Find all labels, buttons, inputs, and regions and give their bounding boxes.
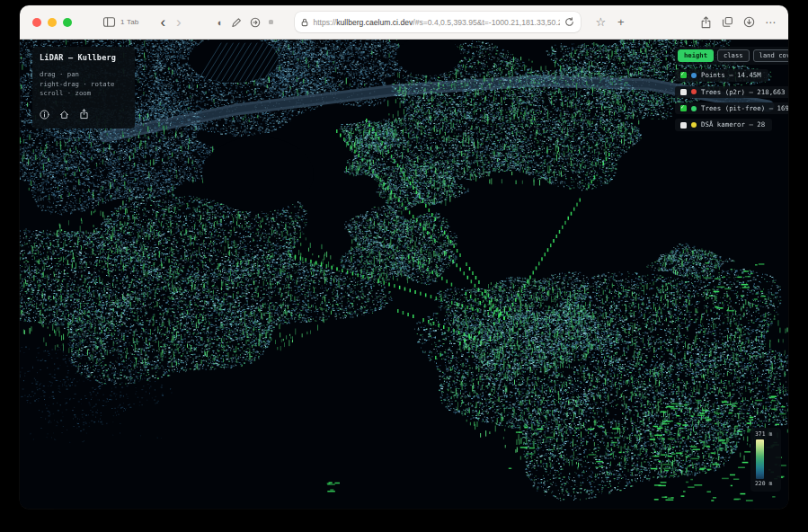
layer-label: Points — 14.45M <box>701 72 761 78</box>
tab-count-button[interactable]: 1 Tab <box>120 18 138 26</box>
help-rightdrag-rotate: right-drag · rotate <box>40 80 128 90</box>
lidar-viewport[interactable] <box>20 40 788 509</box>
url-scheme: https:// <box>313 18 336 27</box>
reader-contrast-icon[interactable]: ◐ <box>218 17 224 28</box>
layer-row-points[interactable]: Points — 14.45M <box>675 69 768 81</box>
layer-row-trees-pitfree[interactable]: Trees (pit-free) — 169,706 <box>675 102 788 114</box>
desktop-background: 1 Tab ‹ › ◐ <box>0 0 808 532</box>
window-controls <box>32 18 72 27</box>
pen-extension-icon[interactable] <box>231 17 242 28</box>
mode-button-height[interactable]: height <box>678 49 714 62</box>
layer-checkbox[interactable] <box>680 89 687 95</box>
more-options-icon[interactable]: ⋯ <box>765 16 776 29</box>
info-icon[interactable] <box>40 106 49 123</box>
extension-dot-icon[interactable] <box>269 20 273 24</box>
bookmark-star-icon[interactable]: ☆ <box>595 15 606 29</box>
layer-row-trees-p2r[interactable]: Trees (p2r) — 218,663 <box>675 86 788 98</box>
browser-window: 1 Tab ‹ › ◐ <box>20 5 788 509</box>
tab-overview-icon[interactable] <box>722 16 733 28</box>
browser-toolbar: 1 Tab ‹ › ◐ <box>20 5 788 40</box>
layer-color-dot <box>691 89 697 94</box>
url-text: https://kullberg.caelum.ci.dev/#s=0.4,0.… <box>313 18 560 27</box>
share-link-icon[interactable] <box>79 106 89 123</box>
toolbar-right-icons: ⋯ <box>700 16 776 29</box>
layer-label: Trees (pit-free) — 169,706 <box>701 105 788 111</box>
forward-button[interactable]: › <box>176 14 182 30</box>
share-icon[interactable] <box>700 16 712 29</box>
elevation-legend: 371 m 220 m <box>750 428 781 492</box>
back-button[interactable]: ‹ <box>160 14 165 30</box>
layer-checkbox[interactable] <box>680 122 687 129</box>
circle-arrow-extension-icon[interactable] <box>250 17 261 28</box>
new-tab-icon[interactable]: + <box>617 15 625 29</box>
address-bar[interactable]: https://kullberg.caelum.ci.dev/#s=0.4,0.… <box>295 12 581 32</box>
extension-buttons: ◐ <box>218 17 274 28</box>
layer-label: Trees (p2r) — 218,663 <box>701 89 785 95</box>
layer-color-dot <box>691 73 697 78</box>
minimize-window-button[interactable] <box>48 18 57 27</box>
url-params: /#s=0.4,0.5,393.95&t=-1000.21,181.33,50.… <box>413 18 560 27</box>
home-icon[interactable] <box>59 106 69 123</box>
reload-icon[interactable] <box>564 17 574 27</box>
lock-icon <box>301 18 308 27</box>
help-scroll-zoom: scroll · zoom <box>40 89 128 99</box>
mode-button-class[interactable]: class <box>717 49 750 62</box>
layer-label: DSÅ kameror — 28 <box>701 121 765 128</box>
elevation-min-label: 220 m <box>755 481 777 488</box>
url-host: kullberg.caelum.ci.dev <box>336 18 413 27</box>
layers-panel: height class land cover Points — 14.45M … <box>675 47 788 131</box>
layer-color-dot <box>691 106 697 111</box>
downloads-icon[interactable] <box>743 16 755 28</box>
zoom-window-button[interactable] <box>63 18 72 27</box>
mode-button-land-cover[interactable]: land cover <box>753 49 788 62</box>
layer-checkbox[interactable] <box>680 72 687 78</box>
color-mode-switch: height class land cover <box>675 47 788 65</box>
close-window-button[interactable] <box>32 18 41 27</box>
layer-color-dot <box>691 122 697 128</box>
layer-row-dsa-kameror[interactable]: DSÅ kameror — 28 <box>675 119 772 130</box>
hud-panel: LiDAR — Kullberg drag · pan right-drag ·… <box>32 47 135 129</box>
sidebar-toggle-icon[interactable] <box>102 16 116 28</box>
elevation-gradient-bar <box>756 439 764 479</box>
layer-checkbox[interactable] <box>680 105 687 111</box>
help-drag-pan: drag · pan <box>40 70 128 80</box>
page-content: LiDAR — Kullberg drag · pan right-drag ·… <box>20 40 788 509</box>
app-title: LiDAR — Kullberg <box>40 53 128 62</box>
elevation-max-label: 371 m <box>755 431 777 439</box>
